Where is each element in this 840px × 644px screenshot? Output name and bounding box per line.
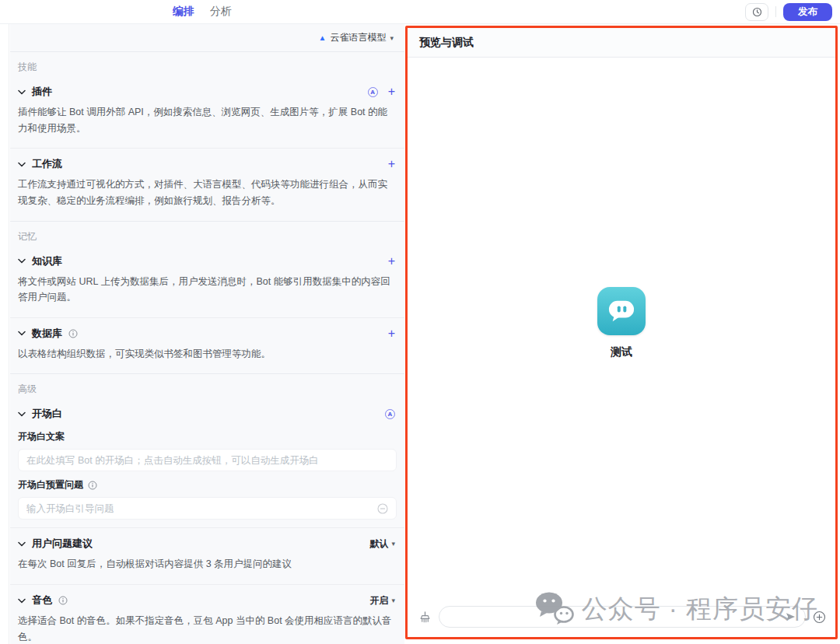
chat-input[interactable] — [448, 611, 785, 623]
chat-input-pill — [439, 606, 806, 628]
chevron-down-icon[interactable] — [18, 541, 26, 547]
top-bar: 编排 分析 发布 — [0, 0, 840, 24]
section-voice-header: 音色 开启 ▾ — [10, 585, 404, 610]
chat-bubble-icon — [607, 298, 636, 324]
chevron-down-icon: ▾ — [391, 597, 395, 604]
section-opening-header: 开场白 A — [10, 398, 404, 423]
section-plugin-header: 插件 A + — [10, 76, 404, 101]
preview-title: 预览与调试 — [408, 28, 835, 58]
preview-body: 测试 公众号 · 程序员安仔 — [408, 58, 835, 637]
topbar-actions: 发布 — [745, 0, 832, 23]
section-voice-desc: 选择适合 Bot 的音色。如果不指定音色，豆包 App 当中的 Bot 会使用相… — [10, 610, 404, 644]
section-knowledge-title: 知识库 — [32, 254, 62, 268]
section-suggestion-title: 用户问题建议 — [32, 537, 93, 551]
topbar-divider — [775, 6, 776, 17]
section-suggestion-header: 用户问题建议 默认 ▾ — [10, 528, 404, 553]
section-opening-title: 开场白 — [32, 407, 62, 421]
auto-add-icon[interactable]: A — [368, 87, 378, 97]
preview-debug-panel: 预览与调试 测试 — [405, 26, 838, 639]
add-workflow-button[interactable]: + — [388, 158, 395, 170]
add-circle-icon[interactable] — [813, 611, 826, 624]
main-tabs: 编排 分析 — [0, 0, 404, 23]
group-label-skill: 技能 — [10, 51, 404, 76]
left-gutter — [0, 24, 9, 644]
chevron-down-icon: ▾ — [390, 34, 394, 42]
group-label-memory: 记忆 — [10, 221, 404, 246]
section-knowledge-header: 知识库 + — [10, 246, 404, 271]
clear-context-icon[interactable] — [418, 611, 432, 624]
opening-text-input[interactable] — [26, 455, 388, 466]
section-database-header: 数据库 + — [10, 318, 404, 343]
chevron-down-icon[interactable] — [18, 411, 26, 417]
bot-avatar — [597, 287, 646, 335]
opening-preset-input[interactable] — [26, 503, 377, 514]
add-database-button[interactable]: + — [388, 327, 395, 340]
info-icon[interactable] — [88, 481, 97, 490]
section-voice-title: 音色 — [32, 593, 52, 607]
chevron-down-icon[interactable] — [18, 598, 26, 604]
clock-history-icon — [752, 7, 762, 17]
section-plugin-title: 插件 — [32, 85, 52, 99]
chevron-down-icon[interactable] — [18, 89, 26, 95]
chevron-down-icon[interactable] — [18, 331, 26, 336]
section-plugin-desc: 插件能够让 Bot 调用外部 API，例如搜索信息、浏览网页、生成图片等，扩展 … — [10, 101, 404, 148]
group-label-advanced: 高级 — [10, 373, 404, 398]
chat-bar — [408, 600, 835, 637]
section-workflow-header: 工作流 + — [10, 149, 404, 173]
remove-circle-icon[interactable] — [377, 503, 388, 514]
chevron-down-icon[interactable] — [18, 258, 26, 264]
section-workflow-desc: 工作流支持通过可视化的方式，对插件、大语言模型、代码块等功能进行组合，从而实现复… — [10, 173, 404, 220]
tab-analyze[interactable]: 分析 — [210, 5, 232, 19]
chevron-down-icon: ▾ — [391, 540, 395, 548]
bot-identity: 测试 — [408, 287, 835, 359]
suggestion-mode-dropdown[interactable]: 默认 ▾ — [369, 537, 395, 551]
bot-config-panel: ▲ 云雀语言模型 ▾ 技能 插件 A + 插件能够让 Bot 调用外部 API，… — [10, 24, 404, 644]
opening-preset-label: 开场白预置问题 — [10, 471, 404, 497]
section-workflow-title: 工作流 — [32, 157, 62, 171]
info-icon[interactable] — [68, 329, 78, 338]
opening-preset-label-text: 开场白预置问题 — [18, 478, 83, 492]
section-database-desc: 以表格结构组织数据，可实现类似书签和图书管理等功能。 — [10, 343, 404, 374]
publish-button[interactable]: 发布 — [783, 3, 832, 21]
section-database-title: 数据库 — [32, 327, 62, 341]
tab-orchestrate[interactable]: 编排 — [173, 5, 194, 19]
opening-preset-inputwrap — [18, 497, 397, 520]
send-icon[interactable] — [785, 611, 796, 622]
model-name: 云雀语言模型 — [330, 31, 386, 44]
suggestion-mode-value: 默认 — [369, 537, 388, 551]
add-plugin-button[interactable]: + — [388, 86, 395, 98]
model-selector[interactable]: ▲ 云雀语言模型 ▾ — [10, 24, 404, 51]
chevron-down-icon[interactable] — [18, 162, 26, 167]
bot-name: 测试 — [611, 345, 632, 359]
add-knowledge-button[interactable]: + — [388, 255, 395, 268]
opening-text-label-text: 开场白文案 — [18, 430, 65, 443]
voice-toggle-dropdown[interactable]: 开启 ▾ — [369, 594, 395, 607]
voice-toggle-value: 开启 — [369, 594, 388, 607]
model-icon: ▲ — [319, 34, 327, 42]
opening-text-inputwrap — [18, 449, 397, 471]
section-suggestion-desc: 在每次 Bot 回复后，自动根据对话内容提供 3 条用户提问的建议 — [10, 553, 404, 584]
opening-text-label: 开场白文案 — [10, 423, 404, 449]
info-icon[interactable] — [58, 596, 68, 605]
section-knowledge-desc: 将文件或网站 URL 上传为数据集后，用户发送消息时，Bot 能够引用数据集中的… — [10, 271, 404, 317]
history-button[interactable] — [745, 3, 768, 21]
auto-generate-icon[interactable]: A — [385, 409, 395, 419]
